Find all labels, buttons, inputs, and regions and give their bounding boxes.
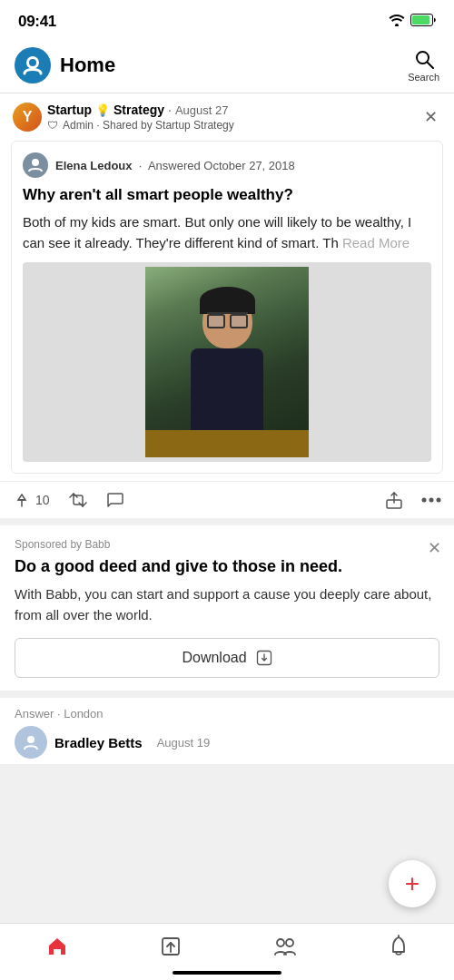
sponsored-text: With Babb, you can start and support a c… bbox=[15, 584, 439, 625]
post-source-left: Y Startup 💡 Strategy · August 27 🛡 Admin… bbox=[13, 103, 234, 132]
svg-line-5 bbox=[427, 63, 433, 69]
bulb-icon: 💡 bbox=[95, 103, 110, 117]
svg-point-11 bbox=[429, 498, 434, 503]
tab-spaces[interactable] bbox=[258, 931, 312, 962]
download-label: Download bbox=[182, 650, 246, 666]
more-button[interactable] bbox=[421, 497, 441, 503]
upvote-count: 10 bbox=[35, 493, 50, 507]
fab-button[interactable]: + bbox=[389, 860, 436, 907]
photo-table bbox=[145, 430, 309, 457]
app-logo bbox=[15, 47, 51, 83]
sponsored-title: Do a good deed and give to those in need… bbox=[15, 556, 439, 577]
source-date: August 27 bbox=[175, 103, 229, 117]
peek-date: August 19 bbox=[157, 736, 211, 750]
svg-point-16 bbox=[277, 939, 284, 946]
answerer-meta: Elena Ledoux · Answered October 27, 2018 bbox=[55, 159, 295, 172]
photo-head bbox=[202, 294, 252, 348]
source-info: Startup 💡 Strategy · August 27 🛡 Admin ·… bbox=[47, 103, 234, 132]
question-title: Why aren't all smart people wealthy? bbox=[23, 185, 431, 205]
home-indicator bbox=[173, 971, 281, 975]
status-time: 09:41 bbox=[18, 13, 56, 31]
peek-author: Bradley Betts August 19 bbox=[15, 726, 439, 759]
header: Home Search bbox=[0, 40, 454, 93]
source-admin: Admin · Shared by Startup Strategy bbox=[63, 119, 234, 132]
svg-point-14 bbox=[27, 736, 35, 743]
comment-button[interactable] bbox=[106, 491, 124, 509]
answerer-name: Elena Ledoux bbox=[55, 159, 133, 172]
svg-rect-1 bbox=[412, 15, 429, 24]
answer-text: Both of my kids are smart. But only one … bbox=[23, 212, 431, 253]
post-card: Y Startup 💡 Strategy · August 27 🛡 Admin… bbox=[0, 93, 454, 518]
feed: Y Startup 💡 Strategy · August 27 🛡 Admin… bbox=[0, 93, 454, 764]
answerer-row: Elena Ledoux · Answered October 27, 2018 bbox=[23, 152, 431, 178]
peek-avatar bbox=[15, 726, 47, 759]
retweet-button[interactable] bbox=[68, 492, 88, 508]
status-bar: 09:41 bbox=[0, 0, 454, 40]
source-strategy: Strategy bbox=[114, 103, 164, 117]
sponsored-close-button[interactable]: ✕ bbox=[428, 538, 441, 558]
share-button[interactable] bbox=[385, 491, 403, 509]
photo-glasses bbox=[207, 312, 248, 325]
svg-point-10 bbox=[422, 498, 427, 503]
source-dot: · bbox=[168, 103, 172, 117]
search-button[interactable]: Search bbox=[408, 48, 439, 83]
source-name: Startup bbox=[47, 103, 92, 117]
svg-point-3 bbox=[29, 59, 36, 66]
post-close-button[interactable]: ✕ bbox=[420, 105, 441, 129]
tab-notifications[interactable] bbox=[373, 931, 424, 962]
photo-bg bbox=[145, 267, 309, 457]
peek-author-name: Bradley Betts bbox=[54, 735, 143, 750]
status-icons bbox=[389, 14, 436, 30]
upvote-button[interactable]: 10 bbox=[13, 491, 50, 509]
photo-hair bbox=[200, 287, 255, 314]
sponsored-label: Sponsored by Babb bbox=[15, 538, 439, 551]
answer-block: Elena Ledoux · Answered October 27, 2018… bbox=[11, 141, 443, 474]
peek-author-info: Bradley Betts bbox=[54, 735, 143, 750]
read-more-label[interactable]: Read More bbox=[342, 235, 410, 250]
sponsored-card: Sponsored by Babb ✕ Do a good deed and g… bbox=[0, 525, 454, 691]
wifi-icon bbox=[389, 14, 405, 30]
shield-icon: 🛡 bbox=[47, 119, 58, 132]
source-top: Startup 💡 Strategy · August 27 bbox=[47, 103, 234, 117]
source-avatar: Y bbox=[13, 103, 42, 132]
peek-meta: Answer · London bbox=[15, 707, 439, 720]
answer-image bbox=[23, 262, 431, 462]
tab-write[interactable] bbox=[144, 931, 197, 962]
svg-point-6 bbox=[32, 159, 39, 166]
page-title: Home bbox=[60, 54, 115, 77]
post-actions: 10 bbox=[0, 481, 454, 518]
header-left: Home bbox=[15, 47, 115, 83]
svg-point-12 bbox=[437, 498, 441, 503]
battery-icon bbox=[410, 14, 436, 30]
post-source-bar: Y Startup 💡 Strategy · August 27 🛡 Admin… bbox=[0, 93, 454, 137]
answered-date: Answered October 27, 2018 bbox=[148, 159, 295, 172]
svg-point-17 bbox=[286, 939, 293, 946]
download-button[interactable]: Download bbox=[15, 638, 439, 678]
search-label: Search bbox=[408, 72, 439, 83]
source-bottom: 🛡 Admin · Shared by Startup Strategy bbox=[47, 119, 234, 132]
tab-home[interactable] bbox=[31, 931, 84, 962]
fab-plus-icon: + bbox=[405, 871, 419, 897]
answerer-avatar bbox=[23, 152, 48, 178]
next-peek: Answer · London Bradley Betts August 19 bbox=[0, 698, 454, 764]
